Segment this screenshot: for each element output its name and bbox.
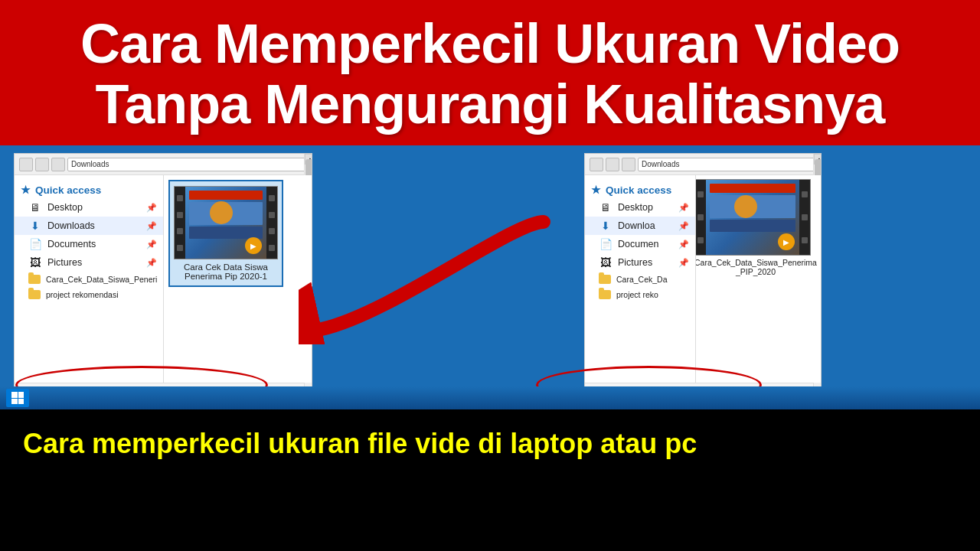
right-desktop-label: Desktop bbox=[618, 202, 653, 213]
pin-icon-pic: 📌 bbox=[146, 258, 157, 268]
sidebar-folder-2[interactable]: project rekomendasi bbox=[15, 287, 163, 302]
banner-title: Cara Memperkecil Ukuran Video Tanpa Meng… bbox=[23, 14, 957, 135]
right-folder-label-1: Cara_Cek_Da bbox=[616, 275, 668, 284]
quick-access-label: Quick access bbox=[35, 184, 101, 196]
left-sidebar: ▲ ▼ ★ Quick access 🖥 Desktop 📌 ⬇ Downloa… bbox=[15, 175, 164, 383]
downloads-icon: ⬇ bbox=[28, 220, 42, 232]
right-forward-btn[interactable] bbox=[606, 158, 619, 171]
pictures-icon: 🖼 bbox=[28, 256, 42, 269]
right-sidebar-item-pictures[interactable]: 🖼 Pictures 📌 bbox=[585, 253, 695, 272]
right-folder-icon-1 bbox=[599, 275, 611, 284]
sidebar-folder-1[interactable]: Cara_Cek_Data_Siswa_Peneri bbox=[15, 272, 163, 287]
downloads-label: Downloads bbox=[47, 220, 95, 231]
film-hole bbox=[177, 195, 183, 201]
right-sidebar-folder-1[interactable]: Cara_Cek_Da bbox=[585, 272, 695, 287]
address-text: Downloads bbox=[71, 160, 109, 168]
documents-label: Documents bbox=[47, 239, 96, 249]
left-explorer: Downloads ▲ ▼ ★ Quick access 🖥 Desktop bbox=[14, 153, 312, 402]
right-back-btn[interactable] bbox=[590, 158, 603, 171]
pin-icon-dl: 📌 bbox=[146, 221, 157, 231]
right-pin-icon: 📌 bbox=[678, 203, 689, 213]
film-hole bbox=[177, 212, 183, 218]
right-quick-access-section[interactable]: ★ Quick access bbox=[585, 181, 695, 198]
sidebar-item-documents[interactable]: 📄 Documents 📌 bbox=[15, 235, 163, 253]
right-sidebar-item-downloads[interactable]: ⬇ Downloa 📌 bbox=[585, 217, 695, 235]
film-hole-r bbox=[802, 237, 808, 243]
right-file-name: Cara_Cek_Data_Siswa_Penerima_PIP_2020 bbox=[696, 258, 817, 276]
folder-icon-2 bbox=[28, 290, 41, 299]
right-explorer: Downloads ▲ ▼ ★ Quick access 🖥 Desktop bbox=[584, 153, 822, 402]
right-folder-icon-2 bbox=[599, 290, 611, 299]
back-btn[interactable] bbox=[19, 158, 33, 171]
bottom-text: Cara memperkecil ukuran file vide di lap… bbox=[23, 428, 697, 460]
right-explorer-main: ▶ Cara_Cek_Data_Siswa_Penerima_PIP_2020 bbox=[696, 175, 821, 383]
right-up-btn[interactable] bbox=[622, 158, 635, 171]
folder-icon-1 bbox=[28, 275, 41, 284]
film-hole bbox=[269, 228, 275, 234]
right-sidebar: ▲ ▼ ★ Quick access 🖥 Desktop 📌 ⬇ Downloa… bbox=[585, 175, 696, 383]
folder-label-2: project rekomendasi bbox=[46, 290, 119, 299]
right-film-strip-right bbox=[799, 180, 810, 255]
right-sidebar-folder-2[interactable]: project reko bbox=[585, 287, 695, 302]
right-quick-access-label: Quick access bbox=[606, 184, 671, 196]
win-logo-q4 bbox=[18, 399, 24, 405]
left-explorer-topbar: Downloads bbox=[15, 154, 312, 175]
pictures-label: Pictures bbox=[47, 257, 82, 268]
pin-icon: 📌 bbox=[146, 203, 157, 213]
right-downloads-label: Downloa bbox=[618, 220, 655, 231]
film-hole bbox=[177, 228, 183, 234]
folder-label-1: Cara_Cek_Data_Siswa_Peneri bbox=[46, 275, 157, 284]
file-name-left: Cara Cek Data Siswa Penerima Pip 2020-1 bbox=[175, 262, 277, 281]
right-star-icon: ★ bbox=[591, 184, 601, 196]
forward-btn[interactable] bbox=[35, 158, 49, 171]
right-pictures-label: Pictures bbox=[618, 257, 652, 268]
right-pictures-icon: 🖼 bbox=[599, 256, 612, 269]
right-film-strip-left bbox=[696, 180, 706, 255]
win-logo-q2 bbox=[18, 392, 24, 398]
desktop-icon: 🖥 bbox=[28, 201, 42, 214]
desktop-label: Desktop bbox=[47, 202, 83, 213]
star-icon: ★ bbox=[21, 184, 31, 196]
sidebar-item-pictures[interactable]: 🖼 Pictures 📌 bbox=[15, 253, 163, 272]
banner-line2: Tanpa Mengurangi Kualitasnya bbox=[96, 73, 885, 135]
film-strip-left bbox=[175, 187, 185, 259]
start-button[interactable] bbox=[6, 389, 29, 407]
right-sidebar-item-documents[interactable]: 📄 Documen 📌 bbox=[585, 235, 695, 253]
film-hole bbox=[269, 212, 275, 218]
banner-line1: Cara Memperkecil Ukuran Video bbox=[80, 13, 900, 74]
sidebar-item-downloads[interactable]: ⬇ Downloads 📌 bbox=[15, 217, 163, 235]
film-hole-r bbox=[697, 237, 704, 243]
right-pin-icon-pic: 📌 bbox=[678, 258, 689, 268]
file-thumb-img-left: ▶ bbox=[174, 186, 278, 259]
documents-icon: 📄 bbox=[28, 238, 42, 250]
quick-access-section[interactable]: ★ Quick access bbox=[15, 181, 163, 198]
right-address-bar[interactable]: Downloads bbox=[638, 158, 816, 171]
film-hole-r bbox=[697, 214, 704, 220]
right-documents-icon: 📄 bbox=[599, 238, 612, 250]
right-explorer-topbar: Downloads bbox=[585, 154, 821, 175]
file-thumbnail-left[interactable]: ▶ Cara Cek Data Siswa Penerima Pip 2020-… bbox=[168, 180, 283, 287]
middle-section: Downloads ▲ ▼ ★ Quick access 🖥 Desktop bbox=[0, 145, 980, 409]
right-pin-icon-dl: 📌 bbox=[678, 221, 689, 231]
bottom-banner: Cara memperkecil ukuran file vide di lap… bbox=[0, 409, 980, 478]
top-banner: Cara Memperkecil Ukuran Video Tanpa Meng… bbox=[0, 0, 980, 145]
right-explorer-content: ▲ ▼ ★ Quick access 🖥 Desktop 📌 ⬇ Downloa… bbox=[585, 175, 821, 383]
right-sidebar-item-desktop[interactable]: 🖥 Desktop 📌 bbox=[585, 198, 695, 217]
windows-logo bbox=[11, 392, 24, 404]
pin-icon-doc: 📌 bbox=[146, 240, 157, 249]
right-address-text: Downloads bbox=[642, 160, 679, 168]
right-documents-label: Documen bbox=[618, 239, 659, 249]
film-hole-r bbox=[802, 191, 808, 197]
taskbar bbox=[0, 386, 980, 409]
right-pin-icon-doc: 📌 bbox=[678, 240, 689, 249]
address-bar[interactable]: Downloads bbox=[67, 158, 307, 171]
right-desktop-icon: 🖥 bbox=[599, 201, 612, 214]
left-explorer-main: ▶ Cara Cek Data Siswa Penerima Pip 2020-… bbox=[164, 175, 312, 383]
right-folder-label-2: project reko bbox=[616, 290, 658, 299]
file-thumbnail-right[interactable]: ▶ Cara_Cek_Data_Siswa_Penerima_PIP_2020 bbox=[696, 179, 817, 276]
up-btn[interactable] bbox=[51, 158, 65, 171]
sidebar-item-desktop[interactable]: 🖥 Desktop 📌 bbox=[15, 198, 163, 217]
film-hole bbox=[269, 195, 275, 201]
win-logo-q3 bbox=[11, 399, 18, 405]
film-hole-r bbox=[697, 191, 704, 197]
